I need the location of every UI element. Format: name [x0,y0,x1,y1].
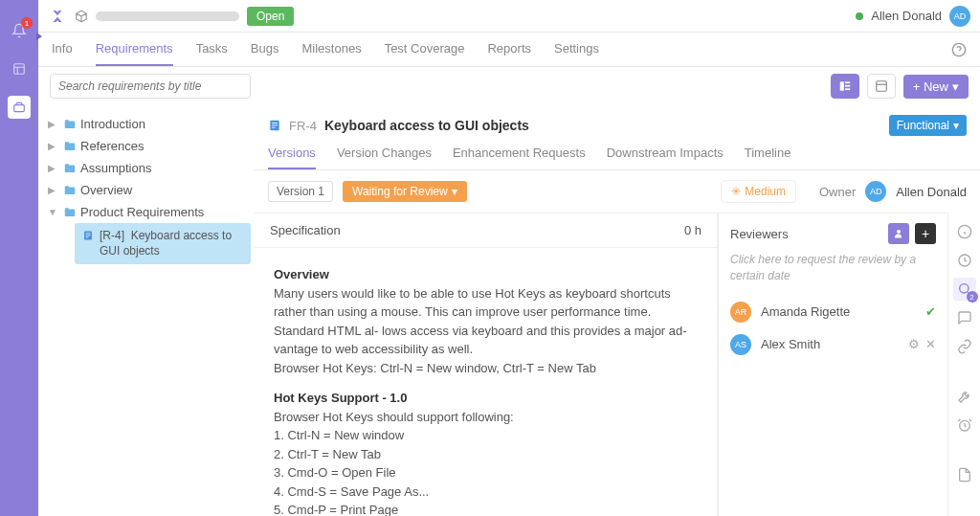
notification-badge: 1 [21,17,33,29]
main-tabs: Info Requirements Tasks Bugs Milestones … [38,33,980,67]
check-icon: ✔ [925,304,936,319]
requirement-detail: FR-4 Keyboard access to GUI objects Func… [255,105,980,516]
history-icon[interactable] [953,249,976,272]
search-rail-icon[interactable]: 2 [953,278,976,301]
dashboard-icon[interactable] [8,57,31,80]
tab-milestones[interactable]: Milestones [302,33,362,66]
chevron-down-icon: ▾ [452,185,457,198]
requirement-id: FR-4 [289,119,317,133]
review-hint[interactable]: Click here to request the review by a ce… [730,252,936,284]
svg-rect-5 [845,85,850,87]
priority-badge[interactable]: ✳ Medium [721,180,796,203]
comment-icon[interactable] [953,306,976,329]
right-rail: 2 [947,213,980,516]
info-icon[interactable] [953,220,976,243]
spec-label: Specification [270,223,341,237]
new-button[interactable]: + New ▾ [903,75,969,99]
subtab-versions[interactable]: Versions [268,146,316,169]
chevron-down-icon: ▾ [953,119,959,132]
search-input[interactable] [50,74,251,99]
folder-icon [63,184,77,197]
tree-item-references[interactable]: ▶References [42,135,251,157]
reviewer-avatar: AS [730,334,751,355]
file-icon[interactable] [953,463,976,486]
subtab-enhancement-requests[interactable]: Enhancement Requests [453,146,586,169]
folder-icon [63,140,77,153]
reviewers-panel: Reviewers + Click here to request the re… [718,213,947,516]
svg-rect-14 [272,124,278,125]
tree-item-assumptions[interactable]: ▶Assumptions [42,157,251,179]
search-badge: 2 [967,291,978,303]
spec-body[interactable]: Overview Many users would like to be abl… [255,248,717,516]
chevron-right-icon: ▶ [48,163,59,173]
inbox-icon[interactable] [8,96,31,119]
reviewers-title: Reviewers [730,227,882,241]
reviewer-name: Alex Smith [761,337,820,351]
owner-label: Owner [819,185,856,199]
app-logo-icon[interactable] [48,7,67,26]
chevron-down-icon: ▼ [48,207,59,217]
chevron-right-icon: ▶ [48,185,59,195]
current-user-name: Allen Donald [871,9,942,23]
user-avatar[interactable]: AD [949,6,970,27]
reviewer-avatar: AR [730,302,751,323]
reviewer-name: Amanda Rigette [761,304,850,319]
svg-rect-10 [86,236,91,236]
tree-item-introduction[interactable]: ▶Introduction [42,113,251,135]
reviewer-user-icon[interactable] [888,223,909,244]
svg-rect-4 [845,81,850,83]
add-reviewer-button[interactable]: + [915,223,936,244]
svg-point-18 [959,284,968,293]
topbar: Open Allen Donald AD [38,0,980,33]
project-icon[interactable] [75,10,88,23]
tab-info[interactable]: Info [52,33,73,66]
version-selector[interactable]: Version 1 [268,181,333,202]
wrench-icon[interactable] [953,385,976,408]
chevron-down-icon: ▾ [952,79,959,94]
notifications-icon[interactable]: 1 [8,19,31,42]
alarm-icon[interactable] [953,414,976,437]
chevron-right-icon: ▶ [48,141,59,151]
svg-rect-0 [14,64,25,75]
svg-rect-15 [272,127,276,128]
help-icon[interactable] [951,42,967,57]
svg-rect-9 [86,234,91,235]
tab-requirements[interactable]: Requirements [96,33,173,66]
tab-test-coverage[interactable]: Test Coverage [385,33,465,66]
link-icon[interactable] [953,335,976,358]
subtab-version-changes[interactable]: Version Changes [337,146,432,169]
detail-subtabs: Versions Version Changes Enhancement Req… [255,136,980,170]
svg-rect-3 [840,81,844,90]
presence-indicator-icon [856,12,863,20]
svg-rect-6 [845,88,850,90]
tree-leaf-r4[interactable]: [R-4] Keyboard access to GUI objects [75,223,251,264]
owner-avatar[interactable]: AD [865,181,886,202]
tab-settings[interactable]: Settings [554,33,599,66]
view-card-button[interactable] [867,74,896,99]
tree-item-product-requirements[interactable]: ▼Product Requirements [42,201,251,223]
reviewer-row[interactable]: AR Amanda Rigette ✔ [730,296,936,328]
toolbar: + New ▾ [38,67,980,105]
remove-icon[interactable]: ✕ [925,337,936,351]
breadcrumb-placeholder [96,11,239,21]
chevron-right-icon: ▶ [48,119,59,129]
open-button[interactable]: Open [247,7,294,26]
folder-icon [63,118,77,131]
subtab-timeline[interactable]: Timeline [745,146,791,169]
left-nav-rail: 1 [0,0,38,516]
tab-reports[interactable]: Reports [487,33,531,66]
gear-icon[interactable]: ⚙ [908,337,920,351]
tab-bugs[interactable]: Bugs [251,33,279,66]
tab-tasks[interactable]: Tasks [196,33,228,66]
svg-rect-7 [877,81,887,92]
spec-hours: 0 h [684,223,702,237]
reviewer-row[interactable]: AS Alex Smith ⚙✕ [730,328,936,361]
document-icon [82,230,94,241]
priority-icon: ✳ [731,185,741,198]
subtab-downstream-impacts[interactable]: Downstream Impacts [607,146,724,169]
type-badge[interactable]: Functional ▾ [889,115,967,136]
status-badge[interactable]: Waiting for Review ▾ [343,181,467,202]
tree-item-overview[interactable]: ▶Overview [42,179,251,201]
requirement-title: Keyboard access to GUI objects [324,118,529,133]
view-list-button[interactable] [831,74,859,99]
